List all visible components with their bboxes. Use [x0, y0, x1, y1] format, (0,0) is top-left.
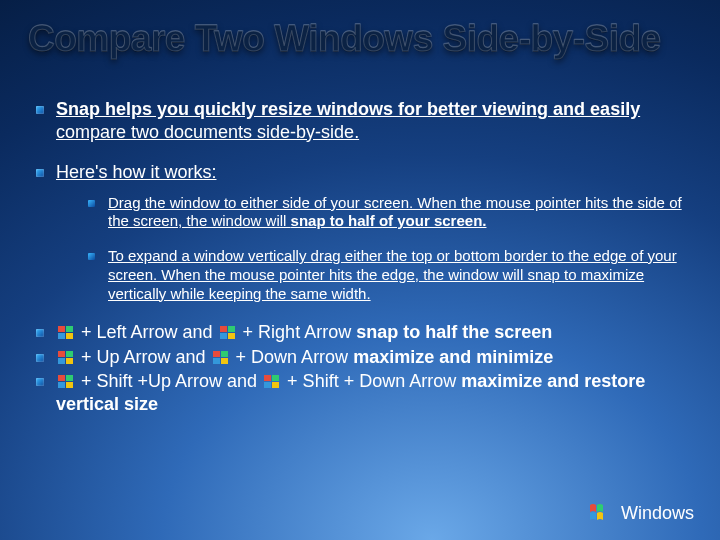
bullet-list: Snap helps you quickly resize windows fo…	[28, 98, 692, 415]
svg-rect-15	[221, 358, 228, 364]
windows-key-icon	[220, 323, 236, 337]
windows-brand-logo: Windows	[589, 502, 694, 524]
svg-rect-20	[264, 375, 271, 381]
svg-rect-21	[272, 375, 279, 381]
sub-bullet-expand-vertical: To expand a window vertically drag eithe…	[88, 247, 692, 303]
svg-rect-18	[58, 382, 65, 388]
bullet-shortcut-up-down: + Up Arrow and + Down Arrow maximize and…	[36, 346, 692, 369]
windows-key-icon	[58, 372, 74, 386]
svg-rect-0	[58, 326, 65, 332]
svg-rect-8	[58, 351, 65, 357]
slide-title: Compare Two Windows Side-by-Side	[28, 18, 692, 60]
svg-rect-14	[213, 358, 220, 364]
sub-bullet-drag-side: Drag the window to either side of your s…	[88, 194, 692, 232]
svg-rect-13	[221, 351, 228, 357]
svg-rect-3	[66, 333, 73, 339]
bullet-how-it-works: Here's how it works: Drag the window to …	[36, 161, 692, 303]
svg-rect-22	[264, 382, 271, 388]
windows-brand-text: Windows	[621, 503, 694, 524]
windows-key-icon	[58, 323, 74, 337]
windows-key-icon	[264, 372, 280, 386]
bullet-shortcut-left-right: + Left Arrow and + Right Arrow snap to h…	[36, 321, 692, 344]
windows-key-icon	[213, 348, 229, 362]
sub-bullet-list: Drag the window to either side of your s…	[56, 194, 692, 304]
svg-rect-1	[66, 326, 73, 332]
svg-rect-5	[228, 326, 235, 332]
svg-rect-6	[220, 333, 227, 339]
svg-rect-4	[220, 326, 227, 332]
bullet-snap-intro: Snap helps you quickly resize windows fo…	[36, 98, 692, 143]
svg-rect-11	[66, 358, 73, 364]
bullet-shortcut-shift-up-down: + Shift +Up Arrow and + Shift + Down Arr…	[36, 370, 692, 415]
svg-rect-16	[58, 375, 65, 381]
svg-rect-12	[213, 351, 220, 357]
windows-key-icon	[58, 348, 74, 362]
svg-rect-2	[58, 333, 65, 339]
svg-rect-19	[66, 382, 73, 388]
svg-rect-10	[58, 358, 65, 364]
svg-rect-7	[228, 333, 235, 339]
svg-rect-17	[66, 375, 73, 381]
svg-rect-23	[272, 382, 279, 388]
windows-flag-icon	[589, 502, 615, 524]
svg-rect-9	[66, 351, 73, 357]
